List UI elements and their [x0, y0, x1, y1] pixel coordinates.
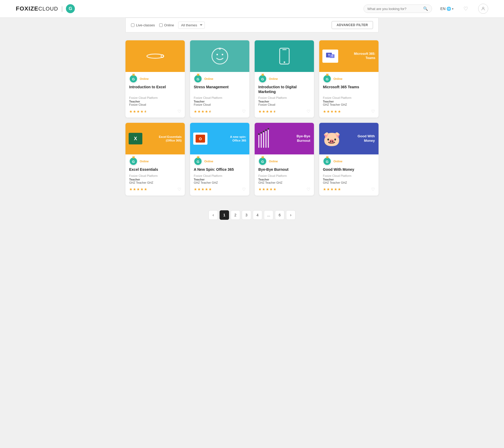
card-title: Introduction to Digital Marketing — [258, 85, 310, 94]
course-card[interactable]: O A new spin:Office 365 👑 G Online A New… — [190, 123, 249, 195]
card-body: 👑 G Online Introduction to Digital Marke… — [255, 72, 314, 118]
online-badge: Online — [269, 77, 278, 80]
card-title: Excel Essentials — [129, 167, 181, 172]
live-classes-checkbox[interactable] — [131, 23, 134, 27]
card-stars: ★★★★★★ — [258, 109, 277, 114]
course-card[interactable]: T T Microsoft 365:Teams 👑 G Online Micro… — [319, 40, 379, 118]
pagination-page-6[interactable]: 6 — [275, 210, 284, 220]
card-g-badge: 👑 G — [323, 157, 331, 165]
online-badge: Online — [333, 160, 342, 163]
card-favorite-button[interactable]: ♡ — [242, 187, 246, 192]
cards-grid: 👑 G Online Introduction to Excel Foxize … — [125, 40, 379, 196]
course-card[interactable]: X Excel Essentials(Office 365) 👑 G Onlin… — [125, 123, 185, 195]
card-g-badge: 👑 G — [129, 157, 138, 165]
card-stars: ★★★★★★ — [194, 109, 212, 114]
pagination-page-...[interactable]: ... — [264, 210, 273, 220]
card-badge-row: 👑 G Online — [258, 157, 310, 165]
card-platform: Foxize Cloud Platform — [323, 174, 375, 177]
card-favorite-button[interactable]: ♡ — [177, 109, 181, 114]
user-profile-button[interactable] — [478, 4, 488, 14]
card-teacher-label: Teacher — [129, 178, 181, 181]
svg-point-3 — [212, 48, 228, 64]
card-footer: ★★★★★★ ♡ — [129, 109, 181, 114]
card-teacher-name: GHZ Teacher GHZ — [323, 103, 375, 106]
card-platform: Foxize Cloud Platform — [129, 174, 181, 177]
card-teacher-label: Teacher — [194, 100, 246, 103]
card-g-badge: 👑 G — [194, 75, 202, 83]
card-stars: ★★★★★ — [129, 187, 148, 191]
globe-icon: 🌐 — [447, 7, 451, 11]
card-thumbnail — [125, 40, 185, 72]
search-input[interactable] — [367, 7, 423, 11]
card-title: Microsoft 365 Teams — [323, 85, 375, 89]
card-title: Stress Management — [194, 85, 246, 89]
course-card[interactable]: 🐷 Good WithMoney 👑 G Online Good With Mo… — [319, 123, 379, 195]
card-stars: ★★★★★ — [258, 187, 277, 191]
card-favorite-button[interactable]: ♡ — [177, 187, 181, 192]
favorites-button[interactable]: ♡ — [461, 4, 471, 14]
card-platform: Foxize Cloud Platform — [258, 174, 310, 177]
card-footer: ★★★★★ ♡ — [129, 187, 181, 192]
card-favorite-button[interactable]: ♡ — [371, 109, 375, 114]
card-stars: ★★★★★ — [194, 187, 212, 191]
card-title: Bye-Bye Burnout — [258, 167, 310, 172]
live-classes-filter[interactable]: Live-classes — [131, 23, 155, 27]
crown-icon: 👑 — [261, 156, 264, 158]
crown-icon: 👑 — [132, 73, 135, 76]
course-card[interactable]: 👑 G Online Introduction to Digital Marke… — [255, 40, 314, 118]
card-body: 👑 G Online Good With Money Foxize Cloud … — [319, 154, 379, 195]
logo-g-badge: G — [66, 4, 75, 13]
online-filter[interactable]: Online — [159, 23, 174, 27]
course-card[interactable]: 👑 G Online Stress Management Foxize Clou… — [190, 40, 249, 118]
course-card[interactable]: 👑 G Online Introduction to Excel Foxize … — [125, 40, 185, 118]
main-content: 👑 G Online Introduction to Excel Foxize … — [125, 40, 379, 230]
header: FOXIZECLOUD | G 🔍 EN 🌐 ▾ ♡ — [0, 0, 504, 18]
pagination-page-1[interactable]: 1 — [220, 210, 229, 220]
svg-point-4 — [216, 54, 218, 55]
online-badge: Online — [204, 77, 213, 80]
card-stars: ★★★★★ — [323, 187, 341, 191]
course-card[interactable]: Bye-ByeBurnout 👑 G Online Bye-Bye Burnou… — [255, 123, 314, 195]
language-selector[interactable]: EN 🌐 ▾ — [440, 7, 453, 11]
card-favorite-button[interactable]: ♡ — [242, 109, 246, 114]
card-footer: ★★★★★★ ♡ — [258, 109, 310, 114]
crown-icon: 👑 — [261, 73, 264, 76]
pagination-page-3[interactable]: 3 — [242, 210, 251, 220]
online-badge: Online — [333, 77, 342, 80]
pagination-page-2[interactable]: 2 — [231, 210, 240, 220]
pagination: ‹1234...6› — [125, 205, 379, 230]
card-favorite-button[interactable]: ♡ — [371, 187, 375, 192]
card-body: 👑 G Online A New Spin: Office 365 Foxize… — [190, 154, 249, 195]
theme-select[interactable]: All themes — [178, 22, 205, 29]
card-g-badge: 👑 G — [258, 75, 267, 83]
card-badge-row: 👑 G Online — [129, 157, 181, 165]
card-body: 👑 G Online Bye-Bye Burnout Foxize Cloud … — [255, 154, 314, 195]
card-g-badge: 👑 G — [129, 75, 138, 83]
svg-rect-8 — [282, 49, 287, 50]
svg-point-0 — [482, 7, 484, 9]
card-thumbnail: O A new spin:Office 365 — [190, 123, 249, 154]
svg-text:O: O — [199, 137, 202, 141]
card-footer: ★★★★★ ♡ — [323, 187, 375, 192]
card-thumbnail: X Excel Essentials(Office 365) — [125, 123, 185, 154]
pagination-page-4[interactable]: 4 — [253, 210, 262, 220]
card-teacher-name: GHZ Teacher GHZ — [323, 181, 375, 184]
card-platform: Foxize Cloud Platform — [129, 96, 181, 99]
card-footer: ★★★★★ ♡ — [258, 187, 310, 192]
card-badge-row: 👑 G Online — [194, 75, 246, 83]
advanced-filter-button[interactable]: ADVANCED FILTER — [332, 21, 373, 29]
card-stars: ★★★★★ — [323, 109, 341, 114]
card-favorite-button[interactable]: ♡ — [307, 187, 310, 192]
card-teacher-label: Teacher — [258, 178, 310, 181]
online-badge: Online — [269, 160, 278, 163]
search-icon: 🔍 — [423, 6, 428, 11]
card-badge-row: 👑 G Online — [323, 75, 375, 83]
card-teacher-label: Teacher — [323, 178, 375, 181]
crown-icon: 👑 — [197, 156, 200, 158]
card-favorite-button[interactable]: ♡ — [307, 109, 310, 114]
pagination-prev[interactable]: ‹ — [209, 210, 218, 220]
card-platform: Foxize Cloud Platform — [194, 96, 246, 99]
pagination-next[interactable]: › — [286, 210, 295, 220]
card-badge-row: 👑 G Online — [323, 157, 375, 165]
online-checkbox[interactable] — [159, 23, 163, 27]
